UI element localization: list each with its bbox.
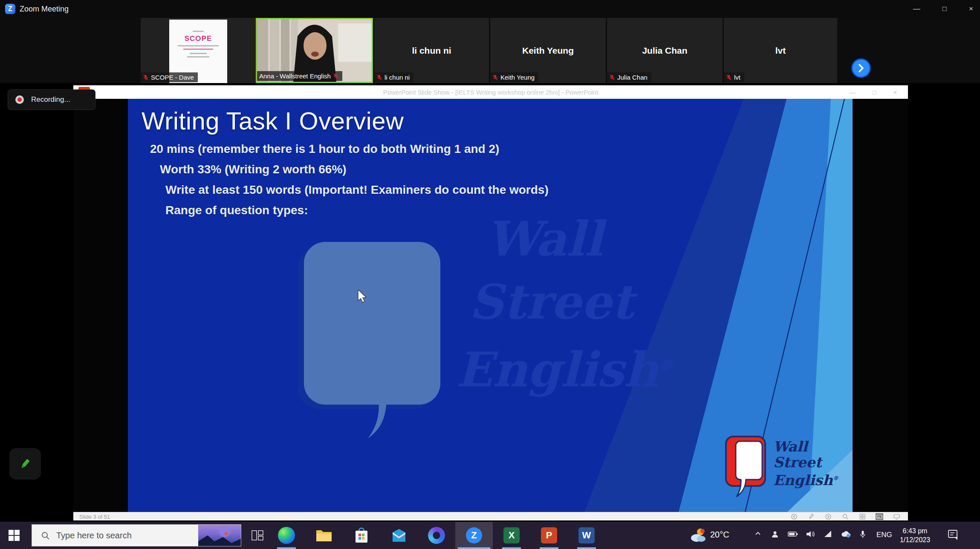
task-view-button[interactable] (248, 526, 267, 545)
powerpoint-button[interactable]: P (540, 526, 558, 545)
microphone-icon[interactable] (859, 530, 866, 540)
browser-button[interactable] (427, 526, 446, 545)
zoom-minimize-button[interactable]: — (913, 5, 920, 13)
participant-name-tag: Keith Yeung (490, 72, 538, 82)
start-button[interactable] (0, 522, 28, 549)
file-explorer-icon (315, 528, 332, 543)
mail-icon (391, 528, 407, 543)
powerpoint-window: P PowerPoint Slide Show - [IELTS Writing… (73, 85, 908, 520)
speech-bubble-watermark (296, 227, 454, 440)
slide-indicator: Slide 3 of 51 (79, 514, 110, 520)
recording-icon (14, 94, 25, 105)
participant-tile-keith-yeung[interactable]: Keith Yeung Keith Yeung (490, 18, 606, 83)
zoom-running-indicator (458, 547, 490, 549)
zoom-app-button[interactable]: Z (465, 526, 483, 545)
battery-icon[interactable] (788, 530, 798, 540)
language-indicator[interactable]: ENG (876, 531, 892, 539)
wall-street-english-logo: Wall Street English® (725, 435, 838, 499)
network-icon[interactable] (824, 530, 832, 540)
browser-circle-icon (428, 527, 445, 544)
participant-tile-anna[interactable]: Anna - Wallstreet English (256, 18, 373, 83)
weather-icon (689, 528, 707, 543)
next-participants-button[interactable] (851, 58, 871, 78)
powerpoint-title: PowerPoint Slide Show - [IELTS Writing w… (73, 89, 908, 96)
excel-running-indicator (502, 547, 521, 549)
people-tray-icon[interactable] (771, 530, 779, 540)
muted-mic-icon (143, 75, 149, 80)
zoom-maximize-button[interactable]: □ (942, 5, 947, 13)
windows-logo-icon (9, 530, 20, 541)
wse-logo-script: Wall Street English® (773, 439, 838, 499)
search-highlight-image (198, 524, 241, 546)
participant-name-tag: Julia Chan (607, 72, 651, 82)
participant-name-tag: lvt (724, 72, 744, 82)
pencil-icon (18, 457, 32, 471)
participant-tile-lvt[interactable]: lvt lvt (724, 18, 837, 83)
edge-browser-button[interactable] (277, 526, 296, 545)
microsoft-store-button[interactable] (352, 526, 371, 545)
recording-indicator: Recording... (8, 89, 95, 110)
slide-title: Writing Task I Overview (142, 106, 404, 135)
mouse-cursor (357, 290, 368, 303)
speaker-icon[interactable] (806, 530, 815, 540)
next-slide-icon[interactable] (824, 513, 832, 520)
muted-mic-icon (609, 75, 615, 80)
pen-tool-icon[interactable] (807, 513, 815, 520)
excel-icon: X (503, 527, 520, 543)
powerpoint-icon: P (541, 527, 557, 543)
search-input[interactable] (55, 530, 185, 541)
scope-doc-title: SCOPE (185, 34, 212, 43)
zoom-titlebar: Z Zoom Meeting — □ × (0, 0, 980, 18)
edge-running-indicator (277, 547, 296, 549)
slideshow-view-icon[interactable] (893, 513, 900, 520)
slide-bullet-4: Range of question types: (165, 204, 308, 217)
ppt-restore-button[interactable]: □ (873, 89, 876, 96)
participant-name-tag: SCOPE - Dave (141, 72, 198, 82)
clock-date: 1/12/2023 (894, 535, 936, 544)
recording-label: Recording... (31, 95, 70, 104)
muted-mic-icon (726, 75, 732, 80)
participant-tile-julia-chan[interactable]: Julia Chan Julia Chan (607, 18, 723, 83)
annotate-button[interactable] (9, 448, 41, 480)
taskbar-clock[interactable]: 6:43 pm 1/12/2023 (894, 526, 936, 544)
file-explorer-button[interactable] (315, 526, 333, 545)
participant-tile-li-chun-ni[interactable]: li chun ni li chun ni (374, 18, 489, 83)
participant-name-tag: li chun ni (374, 72, 413, 82)
zoom-app-icon: Z (5, 4, 15, 14)
ppt-close-button[interactable]: × (893, 89, 897, 96)
previous-slide-icon[interactable] (790, 513, 798, 520)
taskbar-search[interactable] (32, 524, 241, 546)
mail-button[interactable] (390, 526, 408, 545)
clock-time: 6:43 pm (894, 526, 936, 535)
wall-street-english-watermark: Wall Street English® (456, 207, 673, 401)
zoom-icon: Z (466, 527, 482, 543)
zoom-window-title: Zoom Meeting (20, 5, 69, 14)
weather-widget[interactable] (688, 527, 708, 544)
word-running-indicator (577, 547, 596, 549)
participant-name-tag: Anna - Wallstreet English (257, 71, 342, 81)
weather-temperature[interactable]: 20°C (710, 530, 729, 540)
slide: Wall Street English® Writing Task I Over… (128, 99, 853, 512)
subtitles-icon[interactable] (876, 513, 883, 520)
zoom-close-button[interactable]: × (969, 5, 973, 13)
onedrive-icon[interactable] (841, 530, 852, 540)
muted-mic-icon (376, 75, 382, 80)
ppt-minimize-button[interactable]: — (850, 89, 856, 96)
participant-strip: SCOPE SCOPE - Dave (0, 18, 980, 83)
windows-taskbar: Z X P W 20°C (0, 522, 980, 549)
wse-logo-bubble-icon (725, 435, 767, 499)
see-all-slides-icon[interactable] (859, 513, 866, 520)
word-button[interactable]: W (577, 526, 596, 545)
action-center-button[interactable] (947, 529, 959, 542)
powerpoint-statusbar: Slide 3 of 51 (73, 512, 908, 520)
muted-mic-icon (333, 73, 338, 79)
search-icon (41, 532, 49, 540)
slide-bullet-3: Write at least 150 words (Important! Exa… (165, 183, 549, 197)
hidden-icons-chevron[interactable] (755, 530, 761, 539)
excel-button[interactable]: X (502, 526, 521, 545)
zoom-slide-icon[interactable] (841, 513, 849, 520)
task-view-icon (251, 529, 264, 542)
participant-tile-scope-dave[interactable]: SCOPE SCOPE - Dave (141, 18, 256, 83)
chevron-right-icon (858, 64, 864, 72)
powerpoint-running-indicator (540, 547, 558, 549)
